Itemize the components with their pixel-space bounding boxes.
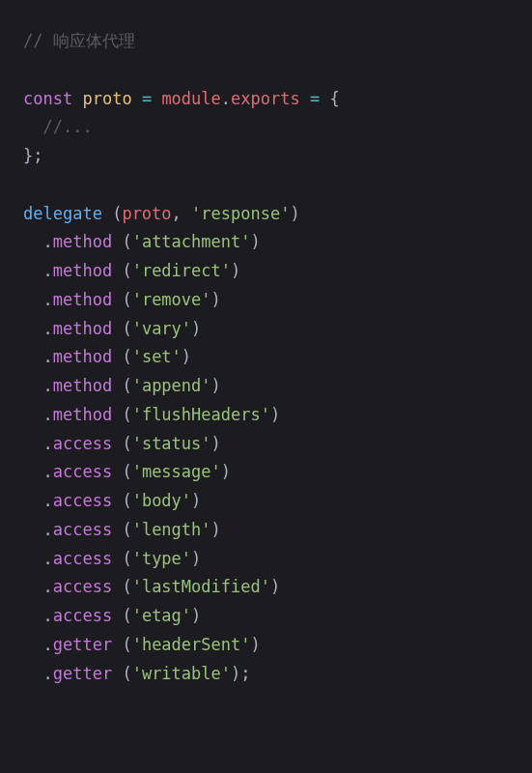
dot: . bbox=[42, 577, 52, 596]
dot: . bbox=[42, 635, 52, 654]
paren-open: ( bbox=[122, 434, 131, 453]
delegate-fn: delegate bbox=[23, 204, 102, 223]
paren-open: ( bbox=[122, 664, 131, 683]
paren-close: ) bbox=[250, 232, 260, 251]
comment-line: // 响应体代理 bbox=[23, 27, 509, 56]
paren-close: ) bbox=[211, 376, 221, 395]
dot: . bbox=[42, 462, 52, 481]
paren-open: ( bbox=[122, 232, 131, 251]
chain-method: access bbox=[53, 606, 112, 625]
chain-line: .method ('append') bbox=[23, 372, 509, 401]
paren-open: ( bbox=[122, 606, 131, 625]
dot: . bbox=[42, 405, 52, 424]
comma: , bbox=[172, 204, 182, 223]
comment-text: //... bbox=[42, 117, 92, 136]
chain-arg: 'attachment' bbox=[132, 232, 251, 251]
chain-calls: .method ('attachment') .method ('redirec… bbox=[23, 228, 509, 688]
chain-arg: 'remove' bbox=[132, 290, 211, 309]
chain-method: access bbox=[53, 462, 112, 481]
chain-arg: 'length' bbox=[132, 520, 211, 539]
paren-open: ( bbox=[122, 376, 131, 395]
chain-line: .access ('type') bbox=[23, 545, 509, 574]
paren-close: ) bbox=[231, 261, 240, 280]
dot: . bbox=[42, 606, 52, 625]
chain-line: .access ('body') bbox=[23, 487, 509, 516]
chain-line: .method ('remove') bbox=[23, 286, 509, 315]
delegate-line: delegate (proto, 'response') bbox=[23, 200, 509, 229]
chain-method: access bbox=[53, 434, 112, 453]
close-brace-line: }; bbox=[23, 142, 509, 171]
paren-close: ) bbox=[211, 520, 221, 539]
dot: . bbox=[42, 434, 52, 453]
paren-open: ( bbox=[122, 405, 131, 424]
paren-open: ( bbox=[122, 491, 131, 510]
dot: . bbox=[42, 491, 52, 510]
chain-method: getter bbox=[53, 664, 112, 683]
paren-close: ) bbox=[270, 577, 280, 596]
blank-line bbox=[23, 56, 509, 85]
chain-method: getter bbox=[53, 635, 112, 654]
chain-method: method bbox=[53, 347, 112, 366]
chain-line: .method ('vary') bbox=[23, 315, 509, 344]
brace-open: { bbox=[329, 89, 339, 108]
paren-open: ( bbox=[122, 635, 131, 654]
exports-prop: exports bbox=[231, 89, 300, 108]
paren-open: ( bbox=[122, 347, 131, 366]
dot: . bbox=[42, 261, 52, 280]
code-block: // 响应体代理 const proto = module.exports = … bbox=[23, 27, 509, 688]
chain-line: .access ('status') bbox=[23, 430, 509, 459]
module-ident: module bbox=[161, 89, 220, 108]
dot: . bbox=[42, 376, 52, 395]
response-str: 'response' bbox=[191, 204, 290, 223]
paren-open: ( bbox=[122, 261, 131, 280]
paren-open: ( bbox=[122, 549, 131, 568]
chain-arg: 'etag' bbox=[132, 606, 191, 625]
chain-line: .method ('set') bbox=[23, 343, 509, 372]
paren-close: ) bbox=[191, 319, 201, 338]
chain-arg: 'writable' bbox=[132, 664, 231, 683]
chain-line: .getter ('headerSent') bbox=[23, 631, 509, 660]
semicolon: ; bbox=[33, 146, 42, 165]
dot: . bbox=[221, 89, 231, 108]
dot: . bbox=[42, 347, 52, 366]
paren-close: ) bbox=[290, 204, 299, 223]
paren-open: ( bbox=[122, 520, 131, 539]
paren-open: ( bbox=[122, 577, 131, 596]
chain-arg: 'set' bbox=[132, 347, 182, 366]
chain-arg: 'body' bbox=[132, 491, 191, 510]
paren-open: ( bbox=[122, 462, 131, 481]
paren-close: ) bbox=[250, 635, 260, 654]
chain-method: access bbox=[53, 577, 112, 596]
comment-text: // 响应体代理 bbox=[23, 31, 135, 50]
chain-line: .method ('redirect') bbox=[23, 257, 509, 286]
chain-arg: 'type' bbox=[132, 549, 191, 568]
chain-arg: 'flushHeaders' bbox=[132, 405, 270, 424]
paren-close: ) bbox=[191, 491, 201, 510]
dot: . bbox=[42, 319, 52, 338]
chain-arg: 'append' bbox=[132, 376, 211, 395]
paren-close: ) bbox=[221, 462, 231, 481]
chain-method: method bbox=[53, 405, 112, 424]
dot: . bbox=[42, 232, 52, 251]
equals-op: = bbox=[142, 89, 152, 108]
dot: . bbox=[42, 549, 52, 568]
chain-method: access bbox=[53, 491, 112, 510]
chain-arg: 'headerSent' bbox=[132, 635, 251, 654]
paren-close: ) bbox=[270, 405, 280, 424]
chain-line: .access ('lastModified') bbox=[23, 573, 509, 602]
blank-line bbox=[23, 171, 509, 200]
chain-method: method bbox=[53, 232, 112, 251]
chain-line: .access ('etag') bbox=[23, 602, 509, 631]
chain-line: .access ('message') bbox=[23, 458, 509, 487]
chain-method: access bbox=[53, 520, 112, 539]
chain-line: .method ('flushHeaders') bbox=[23, 401, 509, 430]
chain-arg: 'status' bbox=[132, 434, 211, 453]
chain-line: .getter ('writable'); bbox=[23, 660, 509, 689]
paren-open: ( bbox=[122, 290, 131, 309]
paren-close: ) bbox=[211, 290, 221, 309]
brace-close: } bbox=[23, 146, 33, 165]
paren-open: ( bbox=[122, 319, 131, 338]
paren-close: ) bbox=[211, 434, 221, 453]
semicolon: ; bbox=[240, 664, 250, 683]
chain-arg: 'lastModified' bbox=[132, 577, 270, 596]
